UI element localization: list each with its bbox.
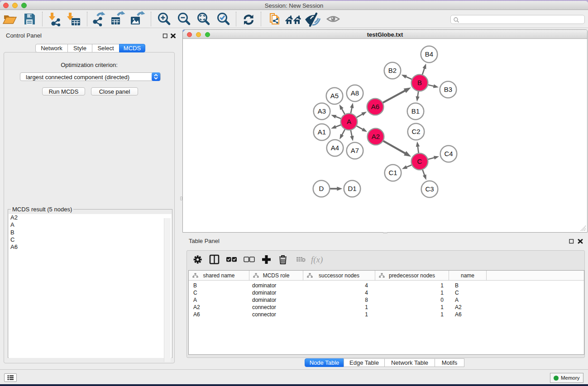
svg-text:f(x): f(x)	[311, 255, 323, 265]
svg-text:C1: C1	[388, 169, 397, 176]
svg-text:A6: A6	[371, 103, 379, 110]
svg-text:A2: A2	[372, 133, 380, 140]
svg-text:B1: B1	[411, 107, 420, 115]
svg-text:A5: A5	[330, 92, 339, 100]
svg-text:B3: B3	[444, 86, 452, 93]
svg-text:B2: B2	[388, 67, 397, 74]
svg-text:A3: A3	[318, 107, 326, 115]
svg-text:D1: D1	[348, 185, 356, 192]
svg-text:A4: A4	[331, 144, 339, 152]
svg-text:C3: C3	[425, 185, 434, 193]
svg-text:A1: A1	[318, 128, 326, 136]
svg-text:C2: C2	[411, 128, 420, 135]
svg-text:C: C	[417, 157, 422, 165]
svg-text:B4: B4	[425, 50, 433, 58]
svg-text:A7: A7	[351, 147, 359, 154]
svg-text:A: A	[347, 118, 351, 125]
svg-text:D: D	[319, 185, 324, 192]
svg-text:A8: A8	[351, 89, 359, 97]
svg-text:C4: C4	[444, 150, 453, 157]
svg-text:B: B	[417, 79, 422, 86]
